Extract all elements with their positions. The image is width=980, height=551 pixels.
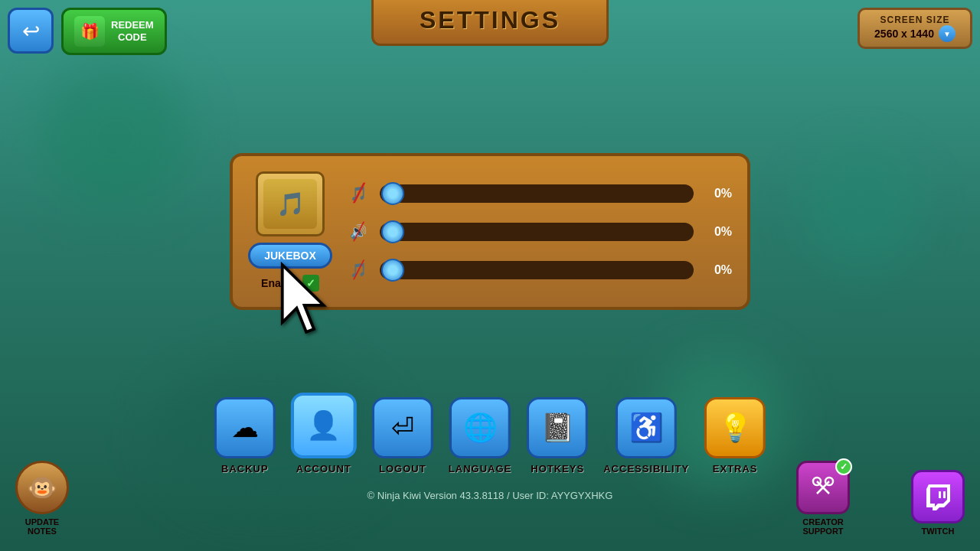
other-slider[interactable] [380, 261, 694, 279]
screen-size-label: Screen Size [867, 15, 962, 25]
creator-support-icon [809, 474, 837, 501]
twitch-icon-box [911, 470, 965, 523]
sliders-section: 🎵 ╱ 0% 🔊 ╱ 0% [345, 171, 732, 292]
music-slider-row: 🎵 ╱ 0% [345, 180, 732, 207]
twitch-icon [923, 481, 953, 512]
account-label: Account [296, 463, 351, 474]
accessibility-label: Accessibility [603, 463, 689, 474]
hotkeys-icon-box: 📓 [527, 397, 588, 458]
logout-label: Logout [379, 463, 426, 474]
sfx-mute-icon: ╱ [345, 218, 372, 246]
enable-label: Enable [261, 277, 296, 289]
update-notes-label: UpdateNotes [25, 517, 59, 536]
extras-button[interactable]: 💡 Extras [704, 397, 766, 474]
creator-support-checkmark: ✓ [835, 458, 852, 475]
language-icon-box: 🌐 [449, 397, 511, 458]
other-slider-row: 🎵 ╱ 0% [345, 256, 732, 284]
language-label: Language [449, 463, 511, 474]
page-title: Settings [420, 6, 560, 34]
accessibility-button[interactable]: ♿ Accessibility [603, 397, 689, 474]
creator-support-button[interactable]: ✓ CreatorSupport [796, 461, 850, 536]
creator-support-label: CreatorSupport [802, 517, 843, 536]
jukebox-section: 🎵 Jukebox Enable ✓ [248, 171, 332, 292]
enable-checkmark[interactable]: ✓ [302, 275, 319, 292]
bottom-buttons: ☁ Backup 👤 Account ⏎ Logout 🌐 Language 📓… [214, 393, 766, 474]
logout-button[interactable]: ⏎ Logout [372, 397, 433, 474]
screen-size-selector[interactable]: Screen Size 2560 x 1440 ▼ [858, 8, 972, 49]
sfx-volume-value: 0% [701, 225, 732, 239]
settings-header: Settings [371, 0, 609, 46]
backup-label: Backup [221, 463, 269, 474]
account-icon-box: 👤 [291, 393, 357, 458]
creator-support-icon-box: ✓ [796, 461, 850, 514]
music-mute-icon: ╱ [345, 180, 372, 207]
account-button[interactable]: 👤 Account [291, 393, 357, 474]
screen-size-value: 2560 x 1440 ▼ [867, 25, 962, 42]
sfx-slider-thumb[interactable] [381, 220, 404, 243]
back-button[interactable]: ↩ [8, 8, 54, 54]
footer-copyright: © Ninja Kiwi Version 43.3.8118 / User ID… [368, 490, 613, 501]
music-volume-value: 0% [701, 187, 732, 201]
redeem-code-button[interactable]: 🎁 RedeemCode [61, 8, 167, 55]
other-mute-icon: ╱ [345, 256, 372, 284]
dropdown-arrow-icon: ▼ [939, 25, 956, 42]
hotkeys-button[interactable]: 📓 Hotkeys [527, 397, 588, 474]
accessibility-icon-box: ♿ [616, 397, 677, 458]
svg-rect-4 [939, 491, 941, 498]
redeem-label: RedeemCode [111, 19, 154, 43]
twitch-button[interactable]: Twitch [911, 470, 965, 536]
twitch-label: Twitch [922, 527, 955, 536]
other-slider-thumb[interactable] [381, 259, 404, 282]
jukebox-btn-label: Jukebox [264, 249, 316, 262]
logout-icon-box: ⏎ [372, 397, 433, 458]
backup-icon-box: ☁ [214, 397, 276, 458]
svg-rect-5 [943, 491, 946, 498]
gift-icon: 🎁 [74, 16, 105, 47]
other-volume-value: 0% [701, 263, 732, 277]
sfx-slider-row: 🔊 ╱ 0% [345, 218, 732, 246]
main-container: Settings ↩ 🎁 RedeemCode Screen Size 2560… [0, 0, 980, 551]
jukebox-image: 🎵 [256, 171, 325, 236]
update-notes-button[interactable]: 🐵 UpdateNotes [15, 461, 69, 536]
extras-icon-box: 💡 [704, 397, 766, 458]
jukebox-button[interactable]: Jukebox [248, 243, 332, 269]
language-button[interactable]: 🌐 Language [449, 397, 511, 474]
sfx-icon: 🔊 ╱ [345, 218, 372, 246]
music-icon: 🎵 ╱ [345, 180, 372, 207]
extras-label: Extras [713, 463, 758, 474]
other-icon: 🎵 ╱ [345, 256, 372, 284]
jukebox-icon: 🎵 [263, 179, 317, 229]
back-icon: ↩ [22, 18, 40, 44]
music-slider-thumb[interactable] [381, 182, 404, 205]
update-notes-avatar: 🐵 [15, 461, 69, 514]
settings-panel: 🎵 Jukebox Enable ✓ 🎵 ╱ [230, 153, 750, 310]
music-slider[interactable] [380, 184, 694, 203]
backup-button[interactable]: ☁ Backup [214, 397, 276, 474]
hotkeys-label: Hotkeys [531, 463, 584, 474]
enable-row: Enable ✓ [261, 275, 319, 292]
sfx-slider[interactable] [380, 223, 694, 241]
